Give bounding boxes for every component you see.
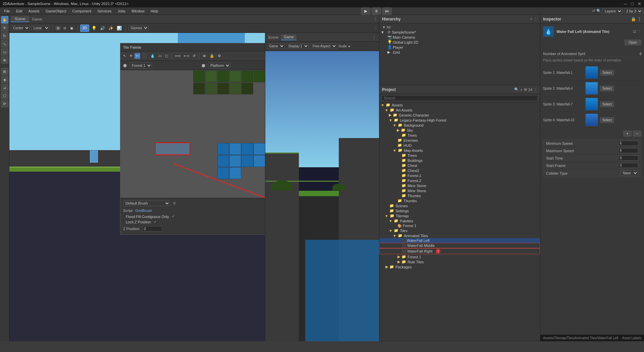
project-icons-icon[interactable]: ⊞ (524, 87, 527, 92)
tile-picker[interactable]: 💧 (149, 53, 156, 59)
project-item-enemies[interactable]: 📁Enemies (379, 138, 540, 143)
scene-viewport[interactable]: Tile Palette ⋮ ✕ ↖ ✛ ✏ ⬛ 💧 ▭ (9, 33, 265, 341)
project-add-icon[interactable]: + (520, 88, 522, 92)
project-item-palettes[interactable]: ▼📁Palettes (379, 218, 540, 223)
brush-settings-icon[interactable]: ⚙ (173, 201, 176, 206)
project-item-props-rocks[interactable]: 📁Thumbs (379, 193, 540, 198)
sprite2-select-btn[interactable]: Select (600, 86, 614, 91)
menu-jobs[interactable]: Jobs (115, 8, 128, 14)
lock-z-check[interactable]: ✓ (154, 220, 157, 224)
hierarchy-item-samplescene[interactable]: ▼ ⊙ SampleScene* (379, 30, 540, 35)
hierarchy-all-dropdown[interactable]: ▼ All (379, 25, 540, 30)
asset-enabled-icon[interactable]: ☑ (633, 30, 636, 34)
palette-dropdown[interactable]: Forest 1 (129, 62, 152, 69)
scale-tool[interactable]: ⤡ (1, 40, 8, 48)
maximize-btn[interactable]: □ (631, 1, 634, 6)
tab-game[interactable]: Game (29, 16, 45, 22)
project-item-packages[interactable]: ▶📁Packages (379, 264, 540, 269)
close-btn[interactable]: ✕ (638, 1, 641, 6)
start-time-value[interactable]: 0 (618, 156, 638, 161)
tile-palette-grid[interactable] (120, 70, 265, 198)
project-item-thumbs[interactable]: 📁Thumbs (379, 198, 540, 203)
project-item-sky[interactable]: ▶📁Sky (379, 128, 540, 133)
hand-tool[interactable]: ✋ (1, 16, 8, 24)
remove-sprite-btn[interactable]: − (633, 131, 641, 137)
project-item-hive[interactable]: 📁Mine Stone (379, 183, 540, 188)
start-frame-value[interactable]: 0 (618, 163, 638, 168)
hierarchy-item-grid[interactable]: ▶ Grid (379, 50, 540, 55)
project-item-waterfall-middle[interactable]: ⬛WaterFall Middle (379, 243, 540, 248)
project-more-icon[interactable]: ⋮ (534, 87, 537, 92)
minimize-btn[interactable]: ─ (624, 1, 627, 6)
custom-tool-3[interactable]: ⊿ (1, 84, 8, 91)
menu-file[interactable]: File (1, 8, 13, 14)
rotate-tool[interactable]: ↻ (1, 32, 8, 40)
project-item-buildings[interactable]: 📁Buildings (379, 158, 540, 163)
hierarchy-item-player[interactable]: 👤 Player (379, 45, 540, 50)
menu-services[interactable]: Services (95, 8, 114, 14)
collider-type-dropdown[interactable]: NoneSpriteGrid (621, 170, 638, 176)
project-item-waterfall-right[interactable]: ⬛WaterFall Right! (379, 248, 540, 254)
project-search-icon[interactable]: 🔍 (514, 87, 519, 92)
min-speed-value[interactable]: 6 (618, 141, 638, 146)
play-button[interactable]: ▶ (361, 7, 370, 15)
game-viewport[interactable] (265, 51, 379, 341)
move-tool[interactable]: ✛ (1, 24, 8, 32)
display-number-dropdown[interactable]: Display 1 (286, 43, 309, 49)
project-item-chest[interactable]: 📁Chest (379, 163, 540, 168)
project-item-forest1-palette[interactable]: 🎨Forest 1 (379, 223, 540, 228)
project-item-rule-tiles[interactable]: ▶📁Rule Tiles (379, 259, 540, 264)
view-options[interactable]: ⊟ (62, 26, 67, 30)
flood-fill-check[interactable]: ✓ (172, 214, 175, 219)
hierarchy-more-icon[interactable]: ⋮ (534, 17, 537, 21)
asset-more2-icon[interactable]: ⋮ (638, 30, 641, 34)
scene-more-icon[interactable]: ⋮ (373, 16, 378, 21)
effects-btn[interactable]: ✨ (107, 26, 114, 31)
select-tool[interactable]: ↖ (122, 53, 127, 59)
rotate-left[interactable]: ↺ (191, 53, 197, 59)
layers-dropdown[interactable]: Layers (602, 8, 623, 14)
2d-toggle[interactable]: 2D (80, 25, 89, 32)
add-sprite-btn[interactable]: + (623, 131, 632, 137)
project-item-animated-tiles[interactable]: ▼📁Animated Tiles (379, 233, 540, 238)
lock-toggle[interactable]: 🔒 (208, 53, 216, 59)
project-item-forest1-tiles[interactable]: ▶📁Forest 1 (379, 254, 540, 259)
paint-tool[interactable]: ✏ (135, 53, 140, 59)
project-item-scenes[interactable]: 📁Scenes (379, 203, 540, 208)
inspector-lock-icon[interactable]: 🔒 (631, 17, 636, 21)
hierarchy-add-icon[interactable]: + (530, 17, 532, 21)
project-item-tilemap[interactable]: ▼📁Tilemap (379, 213, 540, 218)
stats-btn[interactable]: 📊 (116, 26, 123, 31)
project-item-forest1[interactable]: 📁Forest-1 (379, 173, 540, 178)
project-item-art-assets[interactable]: ▼📁Art Assets (379, 107, 540, 113)
hierarchy-item-camera[interactable]: 📷 Main Camera (379, 35, 540, 40)
tab-scene[interactable]: Scene (11, 16, 29, 22)
menu-window[interactable]: Window (129, 8, 147, 14)
gizmos-dropdown[interactable]: Gizmos (128, 25, 149, 31)
z-position-input[interactable] (142, 226, 162, 231)
aspect-dropdown[interactable]: Free Aspect (310, 43, 337, 49)
tab-game-active[interactable]: Game (281, 34, 297, 40)
sprite1-select-btn[interactable]: Select (600, 70, 614, 76)
local-global-dropdown[interactable]: LocalGlobal (31, 25, 50, 31)
max-speed-value[interactable]: 6 (618, 148, 638, 153)
game-display-dropdown[interactable]: Game (267, 43, 285, 49)
project-item-waterfall-left[interactable]: ⬛WaterFall Left (379, 238, 540, 243)
menu-component[interactable]: Component (69, 8, 94, 14)
flip-x[interactable]: ⟺ (174, 53, 182, 59)
sprite3-select-btn[interactable]: Select (600, 101, 614, 107)
project-item-chest2[interactable]: 📁Chest2 (379, 168, 540, 173)
menu-assets[interactable]: Assets (26, 8, 42, 14)
custom-tool-2[interactable]: ◈ (1, 76, 8, 83)
project-item-settings[interactable]: 📁Settings (379, 208, 540, 213)
project-item-assets[interactable]: ▼📁Assets (379, 102, 540, 107)
undo-icon[interactable]: ↺ (592, 9, 595, 13)
brush-dropdown[interactable]: Platform (208, 62, 230, 69)
menu-help[interactable]: Help (148, 8, 161, 14)
grid-view-btn[interactable]: ⊞ (55, 26, 61, 30)
transform-tool[interactable]: ⊕ (1, 56, 8, 64)
move-tile-tool[interactable]: ✛ (128, 53, 134, 59)
rect-tool[interactable]: ▭ (1, 48, 8, 56)
step-button[interactable]: ⏭ (382, 7, 392, 15)
project-item-generic-char[interactable]: ▶📁Generic-Character (379, 113, 540, 118)
